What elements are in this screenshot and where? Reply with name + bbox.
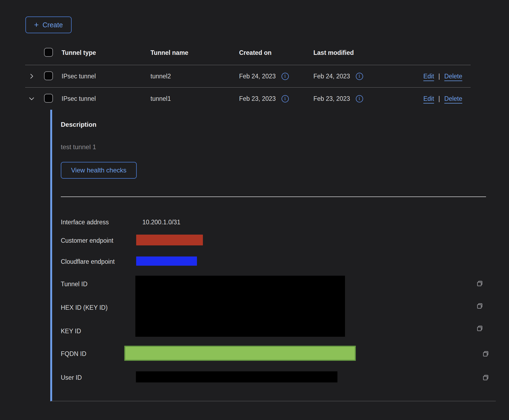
user-id-redaction [136, 371, 337, 382]
copy-icon [476, 279, 484, 288]
hex-id-label: HEX ID (KEY ID) [61, 304, 135, 312]
last-modified-date: Feb 24, 2023 [313, 73, 350, 80]
copy-icon [482, 350, 490, 358]
ids-redaction [135, 276, 345, 337]
select-all-checkbox[interactable] [44, 48, 53, 57]
tunnel-type-cell: IPsec tunnel [62, 95, 150, 102]
chevron-right-icon [28, 73, 35, 80]
tunnel-id-label: Tunnel ID [61, 280, 135, 288]
description-label: Description [61, 121, 496, 129]
detail-row-interface-address: Interface address 10.200.1.0/31 [61, 216, 496, 228]
header-tunnel-name: Tunnel name [150, 49, 239, 56]
chevron-down-icon [28, 95, 35, 102]
expanded-tunnel-panel: Description test tunnel 1 View health ch… [50, 110, 496, 401]
delete-link[interactable]: Delete [444, 95, 462, 102]
action-separator: | [438, 95, 440, 102]
created-on-cell: Feb 23, 2023 i [239, 95, 313, 102]
detail-row-cloudflare-endpoint: Cloudflare endpoint [61, 256, 496, 267]
tunnels-page: + Create Tunnel type Tunnel name Created… [0, 0, 509, 420]
description-value: test tunnel 1 [61, 143, 496, 151]
edit-link[interactable]: Edit [423, 73, 434, 80]
header-tunnel-type: Tunnel type [62, 49, 150, 56]
tunnel-details: Interface address 10.200.1.0/31 Customer… [61, 216, 496, 382]
copy-hex-id-button[interactable] [476, 302, 484, 310]
table-row-tunnel1: IPsec tunnel tunnel1 Feb 23, 2023 i Feb … [25, 88, 471, 110]
interface-address-value: 10.200.1.0/31 [135, 219, 476, 226]
info-icon[interactable]: i [356, 73, 363, 80]
customer-endpoint-redaction [136, 235, 203, 245]
row-checkbox[interactable] [44, 94, 53, 103]
create-button[interactable]: + Create [25, 16, 72, 33]
tunnels-table: Tunnel type Tunnel name Created on Last … [25, 41, 471, 401]
table-row-tunnel2: IPsec tunnel tunnel2 Feb 24, 2023 i Feb … [25, 65, 471, 88]
copy-key-id-button[interactable] [476, 324, 484, 332]
header-last-modified: Last modified [313, 49, 398, 56]
copy-tunnel-id-button[interactable] [476, 279, 484, 288]
tunnel-name-cell: tunnel2 [150, 73, 239, 80]
fqdn-id-redaction [124, 346, 356, 361]
created-on-date: Feb 24, 2023 [239, 73, 276, 80]
expand-row-button[interactable] [25, 65, 38, 87]
last-modified-cell: Feb 23, 2023 i [313, 95, 398, 102]
plus-icon: + [34, 21, 39, 29]
customer-endpoint-label: Customer endpoint [61, 236, 135, 245]
section-divider [61, 196, 486, 197]
collapse-row-button[interactable] [25, 88, 38, 110]
copy-fqdn-id-button[interactable] [476, 350, 496, 358]
detail-row-fqdn-id: FQDN ID [61, 346, 496, 361]
key-id-label: KEY ID [61, 327, 135, 335]
copy-icon [476, 302, 484, 310]
detail-row-customer-endpoint: Customer endpoint [61, 235, 496, 246]
copy-icon [476, 324, 484, 332]
action-separator: | [438, 73, 440, 80]
info-icon[interactable]: i [356, 95, 363, 102]
tunnel-name-cell: tunnel1 [150, 95, 239, 102]
header-created-on: Created on [239, 49, 313, 56]
row-checkbox[interactable] [44, 71, 53, 80]
created-on-date: Feb 23, 2023 [239, 95, 276, 102]
user-id-label: User ID [61, 374, 135, 382]
edit-link[interactable]: Edit [423, 95, 434, 102]
delete-link[interactable]: Delete [444, 73, 462, 80]
row-actions: Edit | Delete [423, 73, 471, 80]
row-actions: Edit | Delete [423, 95, 471, 102]
detail-row-user-id: User ID [61, 371, 496, 382]
last-modified-cell: Feb 24, 2023 i [313, 73, 398, 80]
interface-address-label: Interface address [61, 218, 135, 226]
cloudflare-endpoint-redaction [136, 256, 197, 266]
info-icon[interactable]: i [282, 73, 289, 80]
cloudflare-endpoint-label: Cloudflare endpoint [61, 258, 135, 266]
create-button-label: Create [43, 21, 63, 29]
id-labels: Tunnel ID HEX ID (KEY ID) KEY ID [61, 276, 135, 351]
detail-group-ids: Tunnel ID HEX ID (KEY ID) KEY ID [61, 276, 496, 337]
info-icon[interactable]: i [282, 95, 289, 102]
id-copy-buttons [476, 276, 496, 351]
last-modified-date: Feb 23, 2023 [313, 95, 350, 102]
copy-user-id-button[interactable] [476, 374, 496, 382]
tunnel-type-cell: IPsec tunnel [62, 73, 150, 80]
table-header-row: Tunnel type Tunnel name Created on Last … [25, 41, 471, 65]
view-health-checks-button[interactable]: View health checks [61, 162, 137, 179]
copy-icon [482, 374, 490, 382]
created-on-cell: Feb 24, 2023 i [239, 73, 313, 80]
